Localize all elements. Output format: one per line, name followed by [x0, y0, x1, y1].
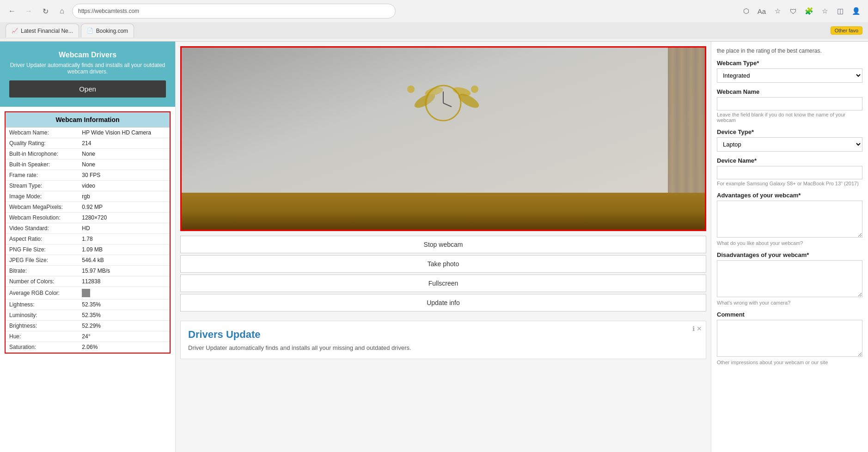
- update-info-button[interactable]: Update info: [180, 294, 706, 312]
- reload-button[interactable]: ↻: [39, 5, 52, 18]
- info-value: 1.09 MB: [78, 244, 170, 255]
- info-label: Webcam Resolution:: [6, 213, 78, 223]
- info-label: Webcam Name:: [6, 128, 78, 138]
- advantages-hint: What do you like about your webcam?: [717, 240, 862, 246]
- info-value: 24°: [78, 331, 170, 342]
- address-bar[interactable]: https://webcamtests.com: [72, 4, 396, 18]
- table-row: Frame rate:30 FPS: [6, 170, 170, 181]
- tab1-label: Latest Financial Ne...: [21, 28, 73, 34]
- stop-webcam-button[interactable]: Stop webcam: [180, 236, 706, 253]
- tab2-favicon: 📄: [87, 28, 93, 34]
- tab-2[interactable]: 📄 Booking.com: [81, 24, 134, 37]
- fullscreen-button[interactable]: Fullscreen: [180, 275, 706, 292]
- color-swatch: [82, 289, 90, 297]
- forward-button[interactable]: →: [22, 5, 35, 18]
- info-value: 0.92 MP: [78, 202, 170, 213]
- info-value: None: [78, 159, 170, 170]
- info-label: Webcam MegaPixels:: [6, 202, 78, 213]
- disadvantages-hint: What's wrong with your camera?: [717, 300, 862, 305]
- table-row: JPEG File Size:546.4 kB: [6, 255, 170, 266]
- device-name-label: Device Name*: [717, 157, 862, 164]
- tab-1[interactable]: 📈 Latest Financial Ne...: [6, 24, 79, 37]
- info-value: 1.78: [78, 234, 170, 244]
- advantages-textarea[interactable]: [717, 201, 862, 238]
- comment-textarea[interactable]: [717, 320, 862, 357]
- info-value: 30 FPS: [78, 170, 170, 181]
- webcam-type-select[interactable]: Integrated External IP Camera: [717, 68, 862, 83]
- other-favorites-button[interactable]: Other favo: [831, 26, 862, 35]
- ad-info-button[interactable]: ℹ: [692, 325, 695, 332]
- info-value: 1280×720: [78, 213, 170, 223]
- webcam-feed-area: [176, 42, 711, 236]
- controls-area: Stop webcam Take photo Fullscreen Update…: [176, 236, 711, 316]
- info-label: Quality Rating:: [6, 138, 78, 149]
- bookmarks-icon[interactable]: ☆: [818, 5, 831, 18]
- ad-close-button[interactable]: ✕: [697, 325, 702, 332]
- driver-box-title: Webcam Drivers: [9, 51, 166, 59]
- tab2-label: Booking.com: [96, 28, 128, 34]
- table-row: Brightness:52.29%: [6, 321, 170, 331]
- info-label: Saturation:: [6, 342, 78, 353]
- driver-box-description: Driver Updater automatically finds and i…: [9, 62, 166, 75]
- device-type-select[interactable]: Laptop Desktop Tablet Phone: [717, 137, 862, 152]
- tab1-favicon: 📈: [12, 28, 18, 34]
- shield-icon[interactable]: 🛡: [787, 5, 800, 18]
- tabs-bar: 📈 Latest Financial Ne... 📄 Booking.com O…: [0, 22, 868, 39]
- device-type-group: Device Type* Laptop Desktop Tablet Phone: [717, 128, 862, 152]
- clock-svg: [397, 75, 489, 131]
- profile-icon[interactable]: 👤: [850, 5, 862, 18]
- info-label: Built-in Speaker:: [6, 159, 78, 170]
- device-name-input[interactable]: [717, 166, 862, 179]
- table-row: Average RGB Color:: [6, 287, 170, 299]
- open-driver-button[interactable]: Open: [9, 80, 166, 98]
- table-row: Number of Colors:112838: [6, 276, 170, 287]
- info-label: PNG File Size:: [6, 244, 78, 255]
- browser-icons: ⬡ Aa ☆ 🛡 🧩 ☆ ◫ 👤: [740, 5, 862, 18]
- reader-mode-icon[interactable]: Aa: [755, 5, 768, 18]
- webcam-info-header: Webcam Information: [6, 112, 170, 128]
- take-photo-button[interactable]: Take photo: [180, 255, 706, 273]
- table-row: Webcam Name:HP Wide Vision HD Camera: [6, 128, 170, 138]
- collections-icon[interactable]: ◫: [834, 5, 847, 18]
- toolbar: ← → ↻ ⌂ https://webcamtests.com ⬡ Aa ☆ 🛡…: [0, 0, 868, 22]
- table-row: Saturation:2.06%: [6, 342, 170, 353]
- webcam-feed: [180, 46, 706, 231]
- extensions-icon[interactable]: 🧩: [802, 5, 815, 18]
- wood-panel: [668, 48, 705, 193]
- url-text: https://webcamtests.com: [78, 8, 139, 14]
- info-value: 112838: [78, 276, 170, 287]
- advantages-label: Advantages of your webcam*: [717, 192, 862, 199]
- webcam-name-hint: Leave the field blank if you do not know…: [717, 112, 862, 123]
- table-row: Webcam Resolution:1280×720: [6, 213, 170, 223]
- info-label: Image Mode:: [6, 191, 78, 202]
- table-row: Quality Rating:214: [6, 138, 170, 149]
- info-label: Hue:: [6, 331, 78, 342]
- ad-controls: ℹ ✕: [692, 325, 702, 332]
- webcam-type-label: Webcam Type*: [717, 60, 862, 67]
- info-value: [78, 287, 170, 299]
- table-row: PNG File Size:1.09 MB: [6, 244, 170, 255]
- webcam-name-input[interactable]: [717, 97, 862, 110]
- info-value: HP Wide Vision HD Camera: [78, 128, 170, 138]
- favorites-icon[interactable]: ☆: [771, 5, 784, 18]
- disadvantages-textarea[interactable]: [717, 260, 862, 297]
- info-label: Bitrate:: [6, 266, 78, 276]
- table-row: Webcam MegaPixels:0.92 MP: [6, 202, 170, 213]
- svg-point-9: [407, 86, 415, 93]
- right-panel: the place in the rating of the best came…: [711, 42, 868, 452]
- info-label: Average RGB Color:: [6, 287, 78, 299]
- info-value: 214: [78, 138, 170, 149]
- driver-box: Webcam Drivers Driver Updater automatica…: [0, 42, 175, 107]
- home-button[interactable]: ⌂: [55, 5, 68, 18]
- screen-cast-icon[interactable]: ⬡: [740, 5, 752, 18]
- back-button[interactable]: ←: [6, 5, 18, 18]
- info-value: 15.97 MB/s: [78, 266, 170, 276]
- webcam-name-label: Webcam Name: [717, 88, 862, 95]
- left-sidebar: Webcam Drivers Driver Updater automatica…: [0, 42, 176, 452]
- info-value: 52.29%: [78, 321, 170, 331]
- table-row: Luminosity:52.35%: [6, 310, 170, 321]
- info-label: Luminosity:: [6, 310, 78, 321]
- comment-hint: Other impressions about your webcam or o…: [717, 360, 862, 365]
- main-content: Stop webcam Take photo Fullscreen Update…: [176, 42, 711, 452]
- wall-decor: [397, 75, 489, 132]
